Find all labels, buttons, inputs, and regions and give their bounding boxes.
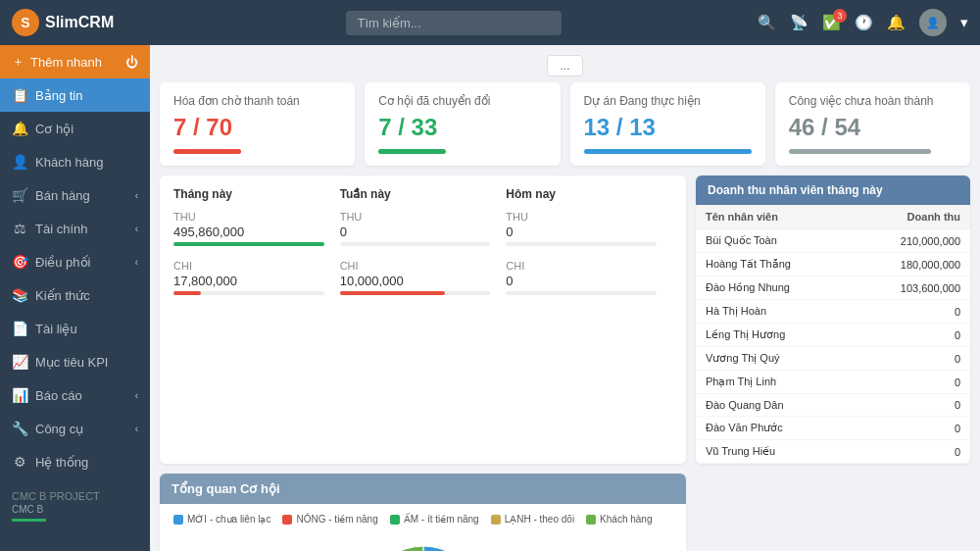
donut-segment bbox=[367, 546, 423, 551]
legend-label: LẠNH - theo dõi bbox=[505, 514, 574, 525]
sidebar-item-he-thong[interactable]: ⚙ Hệ thống bbox=[0, 445, 150, 478]
main-content: ... Hóa đơn chờ thanh toán 7 / 70 Cơ hội… bbox=[150, 45, 980, 551]
card-projects-title: Dự án Đang thực hiện bbox=[584, 94, 752, 108]
stat-thu-value-1: 0 bbox=[340, 225, 347, 239]
revenue-row: Hà Thị Hoàn0 bbox=[696, 300, 970, 324]
revenue-row-name: Đào Quang Dân bbox=[696, 394, 852, 417]
kpi-icon: 📈 bbox=[12, 354, 27, 370]
finance-icon: ⚖ bbox=[12, 221, 27, 236]
sidebar-item-tai-chinh[interactable]: ⚖ Tài chính ‹ bbox=[0, 212, 150, 245]
revenue-row-name: Vũ Trung Hiếu bbox=[696, 440, 852, 464]
revenue-row-value: 0 bbox=[852, 394, 970, 417]
sidebar-item-co-hoi[interactable]: 🔔 Cơ hội bbox=[0, 112, 150, 145]
sidebar-item-muc-tieu-kpi[interactable]: 📈 Mục tiêu KPI bbox=[0, 345, 150, 378]
legend-label: ẤM - ít tiềm năng bbox=[404, 514, 479, 525]
revenue-row: Phạm Thị Linh0 bbox=[696, 371, 970, 394]
project-short: CMC B bbox=[12, 504, 138, 515]
project-name: CMC B PROJECT bbox=[12, 490, 138, 502]
chevron-right-icon-finance: ‹ bbox=[135, 224, 138, 234]
revenue-row-value: 0 bbox=[852, 440, 970, 464]
sidebar-label-dieu-phoi: Điều phối bbox=[35, 255, 90, 270]
card-opportunities-title: Cơ hội đã chuyển đổi bbox=[378, 94, 546, 108]
card-invoices-value: 7 / 70 bbox=[173, 114, 341, 141]
search-area bbox=[149, 11, 758, 35]
dispatch-icon: 🎯 bbox=[12, 254, 27, 270]
sidebar-item-kien-thuc[interactable]: 📚 Kiến thức bbox=[0, 278, 150, 312]
add-button-label: Thêm nhanh bbox=[30, 55, 102, 70]
card-projects: Dự án Đang thực hiện 13 / 13 bbox=[570, 82, 765, 166]
revenue-table: Tên nhân viên Doanh thu Bùi Quốc Toàn210… bbox=[696, 205, 970, 464]
stats-col-thang-nay: Tháng này THU 495,860,000 CHI 17,800,000 bbox=[173, 187, 340, 309]
sidebar-item-khach-hang[interactable]: 👤 Khách hàng bbox=[0, 145, 150, 178]
chevron-right-icon: ‹ bbox=[135, 190, 138, 201]
donut-svg bbox=[345, 534, 502, 551]
sidebar-label-muc-tieu-kpi: Mục tiêu KPI bbox=[35, 355, 108, 370]
card-tasks-bar bbox=[789, 149, 932, 154]
sidebar-item-dieu-phoi[interactable]: 🎯 Điều phối ‹ bbox=[0, 245, 150, 278]
opportunity-icon: 🔔 bbox=[12, 121, 27, 136]
stat-chi-value-0: 17,800,000 bbox=[173, 274, 237, 288]
sidebar-item-cong-cu[interactable]: 🔧 Công cụ ‹ bbox=[0, 412, 150, 445]
card-opportunities: Cơ hội đã chuyển đổi 7 / 33 bbox=[365, 82, 560, 166]
sidebar: ＋ Thêm nhanh ⏻ 📋 Bảng tin 🔔 Cơ hội 👤 Khá… bbox=[0, 45, 150, 551]
legend-color bbox=[282, 515, 292, 525]
stat-thu-label-1: THU bbox=[340, 211, 491, 223]
stat-thu-thang: THU 495,860,000 bbox=[173, 211, 324, 246]
chevron-right-icon-tools: ‹ bbox=[135, 424, 138, 434]
topbar-icons: 🔍 📡 ✅3 🕐 🔔 👤 ▾ bbox=[758, 9, 968, 36]
revenue-header: Doanh thu nhân viên tháng này bbox=[696, 175, 970, 205]
revenue-row-name: Bùi Quốc Toàn bbox=[696, 229, 852, 253]
sidebar-label-cong-cu: Công cụ bbox=[35, 422, 83, 436]
bell-icon[interactable]: 🔔 bbox=[887, 14, 906, 31]
legend-label: NÓNG - tiềm năng bbox=[296, 514, 377, 525]
stats-row: Tháng này THU 495,860,000 CHI 17,800,000 bbox=[160, 175, 970, 464]
revenue-row-value: 0 bbox=[852, 324, 970, 347]
add-quick-button[interactable]: ＋ Thêm nhanh ⏻ bbox=[0, 45, 150, 78]
stat-chi-hom-nay: CHI 0 bbox=[506, 260, 657, 295]
card-tasks-value: 46 / 54 bbox=[789, 114, 956, 141]
card-tasks-title: Công việc chưa hoàn thành bbox=[789, 94, 956, 108]
stat-chi-thang: CHI 17,800,000 bbox=[173, 260, 324, 295]
legend-color bbox=[586, 515, 596, 525]
stats-col-title-0: Tháng này bbox=[173, 187, 324, 201]
avatar[interactable]: 👤 bbox=[919, 9, 947, 36]
clock-icon[interactable]: 🕐 bbox=[855, 14, 873, 31]
task-icon[interactable]: ✅3 bbox=[822, 14, 841, 31]
revenue-row-value: 210,000,000 bbox=[852, 229, 970, 253]
revenue-row-value: 103,600,000 bbox=[852, 276, 970, 300]
sidebar-label-bao-cao: Báo cáo bbox=[35, 388, 82, 403]
logo-text: SlimCRM bbox=[45, 14, 114, 31]
sidebar-item-bao-cao[interactable]: 📊 Báo cáo ‹ bbox=[0, 378, 150, 412]
legend-item: LẠNH - theo dõi bbox=[491, 514, 574, 525]
revenue-row-value: 0 bbox=[852, 371, 970, 394]
revenue-col-value: Doanh thu bbox=[852, 205, 970, 229]
sidebar-item-bang-tin[interactable]: 📋 Bảng tin bbox=[0, 78, 150, 112]
revenue-row-name: Hoàng Tất Thắng bbox=[696, 253, 852, 276]
more-button[interactable]: ... bbox=[547, 55, 582, 76]
stat-chi-value-2: 0 bbox=[506, 274, 513, 288]
revenue-row-name: Hà Thị Hoàn bbox=[696, 300, 852, 324]
legend-color bbox=[390, 515, 400, 525]
logo: S SlimCRM bbox=[12, 9, 149, 36]
search-icon[interactable]: 🔍 bbox=[758, 14, 776, 31]
sidebar-label-co-hoi: Cơ hội bbox=[35, 122, 74, 136]
topbar: S SlimCRM 🔍 📡 ✅3 🕐 🔔 👤 ▾ bbox=[0, 0, 980, 45]
sidebar-item-ban-hang[interactable]: 🛒 Bán hàng ‹ bbox=[0, 178, 150, 212]
legend-item: Khách hàng bbox=[586, 514, 652, 525]
stats-panel: Tháng này THU 495,860,000 CHI 17,800,000 bbox=[160, 175, 686, 464]
logo-icon: S bbox=[12, 9, 39, 36]
share-icon[interactable]: 📡 bbox=[790, 14, 808, 31]
revenue-row-value: 0 bbox=[852, 417, 970, 440]
stats-col-title-2: Hôm nay bbox=[506, 187, 657, 201]
legend-color bbox=[491, 515, 501, 525]
card-invoices: Hóa đơn chờ thanh toán 7 / 70 bbox=[160, 82, 355, 166]
revenue-row-name: Phạm Thị Linh bbox=[696, 371, 852, 394]
stats-col-title-1: Tuần này bbox=[340, 187, 491, 201]
chevron-down-icon[interactable]: ▾ bbox=[960, 14, 968, 31]
revenue-row: Lềng Thị Hương0 bbox=[696, 324, 970, 347]
card-invoices-bar bbox=[173, 149, 241, 154]
sidebar-item-tai-lieu[interactable]: 📄 Tài liệu bbox=[0, 312, 150, 345]
revenue-row-name: Lềng Thị Hương bbox=[696, 324, 852, 347]
card-tasks: Công việc chưa hoàn thành 46 / 54 bbox=[775, 82, 970, 166]
search-input[interactable] bbox=[346, 11, 562, 35]
